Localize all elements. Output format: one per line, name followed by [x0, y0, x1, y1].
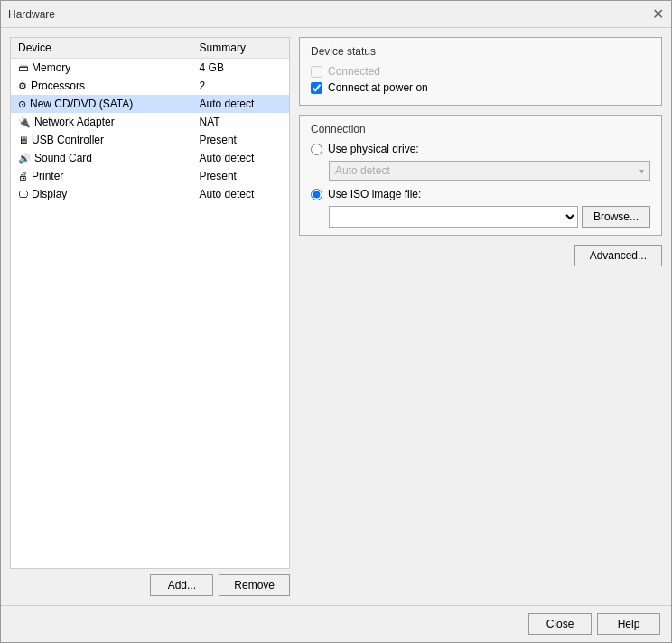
- spacer: [299, 275, 662, 596]
- device-summary-cell: 2: [192, 77, 289, 95]
- auto-detect-select[interactable]: Auto detect ▾: [329, 161, 650, 181]
- device-summary-cell: Auto detect: [192, 149, 289, 167]
- dropdown-arrow-icon: ▾: [639, 166, 644, 176]
- physical-drive-label: Use physical drive:: [328, 143, 419, 155]
- device-status-title: Device status: [311, 45, 650, 58]
- table-row[interactable]: 🖵Display Auto detect: [11, 185, 289, 203]
- table-row[interactable]: 🖨Printer Present: [11, 167, 289, 185]
- iso-radio-row: Use ISO image file:: [311, 188, 650, 200]
- device-summary-cell: Auto detect: [192, 95, 289, 113]
- iso-input-row: Browse...: [329, 206, 650, 228]
- help-button[interactable]: Help: [597, 613, 660, 635]
- device-name-cell: 🖵Display: [11, 185, 192, 203]
- device-name-cell: 🖥USB Controller: [11, 131, 192, 149]
- table-row[interactable]: 🔌Network Adapter NAT: [11, 113, 289, 131]
- device-icon: ⊙: [18, 98, 26, 109]
- browse-button[interactable]: Browse...: [582, 206, 650, 228]
- remove-button[interactable]: Remove: [219, 574, 290, 596]
- connected-row: Connected: [311, 65, 650, 78]
- table-row[interactable]: 🗃Memory 4 GB: [11, 59, 289, 78]
- hardware-window: Hardware ✕ Device Summary 🗃Memory 4 GB: [0, 0, 672, 643]
- col-summary: Summary: [192, 38, 289, 59]
- device-icon: ⚙: [18, 80, 27, 91]
- device-name-cell: 🔌Network Adapter: [11, 113, 192, 131]
- device-summary-cell: Auto detect: [192, 185, 289, 203]
- device-icon: 🖨: [18, 171, 28, 182]
- device-summary-cell: Present: [192, 131, 289, 149]
- connection-group: Connection Use physical drive: Auto dete…: [299, 115, 662, 236]
- table-row[interactable]: 🖥USB Controller Present: [11, 131, 289, 149]
- auto-detect-text: Auto detect: [335, 164, 390, 177]
- device-name-cell: ⊙New CD/DVD (SATA): [11, 95, 192, 113]
- physical-drive-radio[interactable]: [311, 144, 322, 155]
- connect-at-power-label: Connect at power on: [328, 81, 428, 94]
- table-row[interactable]: ⊙New CD/DVD (SATA) Auto detect: [11, 95, 289, 113]
- advanced-button[interactable]: Advanced...: [574, 245, 662, 266]
- left-buttons: Add... Remove: [10, 574, 290, 596]
- iso-label: Use ISO image file:: [328, 188, 421, 200]
- table-row[interactable]: 🔊Sound Card Auto detect: [11, 149, 289, 167]
- device-icon: 🔌: [18, 116, 31, 127]
- device-icon: 🖵: [18, 189, 28, 200]
- right-panel: Device status Connected Connect at power…: [299, 37, 662, 596]
- device-icon: 🗃: [18, 62, 28, 73]
- device-summary-cell: NAT: [192, 113, 289, 131]
- device-summary-cell: 4 GB: [192, 59, 289, 78]
- device-name-cell: 🗃Memory: [11, 59, 192, 78]
- device-icon: 🔊: [18, 153, 31, 163]
- main-content: Device Summary 🗃Memory 4 GB ⚙Processors …: [1, 28, 671, 605]
- add-button[interactable]: Add...: [150, 574, 213, 596]
- window-title: Hardware: [8, 8, 55, 21]
- connect-at-power-row: Connect at power on: [311, 81, 650, 94]
- physical-drive-row: Use physical drive:: [311, 143, 650, 155]
- left-panel: Device Summary 🗃Memory 4 GB ⚙Processors …: [10, 37, 290, 596]
- device-name-cell: 🔊Sound Card: [11, 149, 192, 167]
- connected-checkbox[interactable]: [311, 66, 322, 78]
- device-name-cell: ⚙Processors: [11, 77, 192, 95]
- bottom-close-button[interactable]: Close: [528, 613, 592, 635]
- device-table: Device Summary 🗃Memory 4 GB ⚙Processors …: [11, 38, 289, 203]
- iso-radio[interactable]: [311, 189, 322, 200]
- table-row[interactable]: ⚙Processors 2: [11, 77, 289, 95]
- device-summary-cell: Present: [192, 167, 289, 185]
- bottom-bar: Close Help: [1, 605, 671, 642]
- device-icon: 🖥: [18, 135, 28, 145]
- auto-detect-field: Auto detect ▾: [329, 161, 650, 181]
- device-status-group: Device status Connected Connect at power…: [299, 37, 662, 106]
- connected-label: Connected: [328, 65, 380, 78]
- titlebar: Hardware ✕: [1, 1, 671, 28]
- advanced-row: Advanced...: [299, 245, 662, 266]
- device-name-cell: 🖨Printer: [11, 167, 192, 185]
- close-icon[interactable]: ✕: [652, 7, 664, 22]
- connect-at-power-checkbox[interactable]: [311, 82, 322, 94]
- iso-select[interactable]: [329, 206, 578, 228]
- connection-title: Connection: [311, 123, 650, 135]
- col-device: Device: [11, 38, 192, 59]
- device-table-container: Device Summary 🗃Memory 4 GB ⚙Processors …: [10, 37, 290, 569]
